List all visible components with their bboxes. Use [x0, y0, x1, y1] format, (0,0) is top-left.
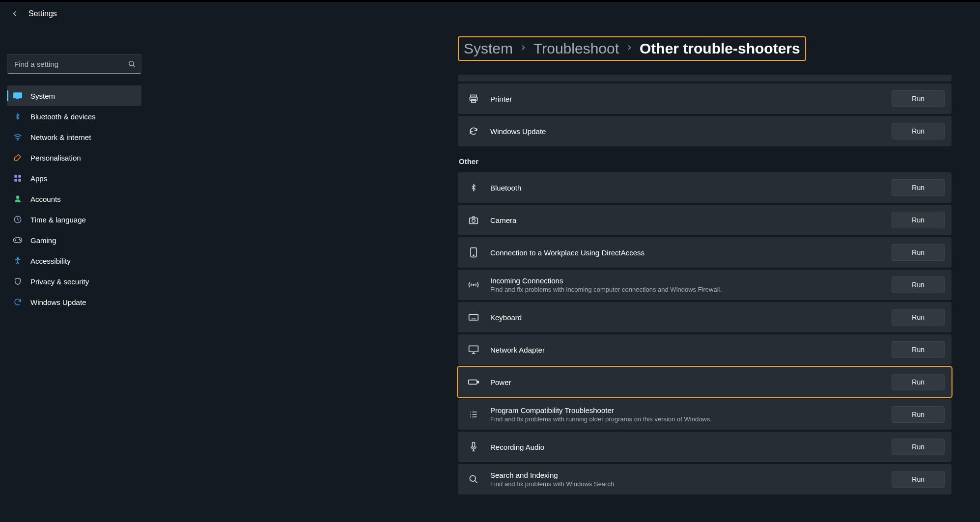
troubleshooter-row-search-indexing: Search and Indexing Find and fix problem… — [458, 464, 952, 495]
camera-icon — [468, 214, 479, 226]
sidebar-item-privacy[interactable]: Privacy & security — [7, 271, 141, 292]
gamepad-icon — [13, 235, 23, 245]
run-button[interactable]: Run — [892, 276, 945, 293]
breadcrumb-troubleshoot[interactable]: Troubleshoot — [533, 40, 619, 57]
run-button[interactable]: Run — [892, 212, 945, 228]
sidebar-item-bluetooth[interactable]: Bluetooth & devices — [7, 106, 141, 127]
troubleshooter-title: Recording Audio — [490, 443, 892, 451]
monitor-icon — [468, 344, 479, 356]
svg-point-21 — [473, 284, 475, 286]
troubleshooter-row-partial — [458, 75, 952, 82]
svg-rect-26 — [472, 442, 475, 447]
shield-icon — [13, 276, 23, 286]
back-arrow-icon[interactable] — [10, 9, 20, 19]
troubleshooter-subtitle: Find and fix problems with incoming comp… — [490, 286, 892, 293]
troubleshooter-title: Network Adapter — [490, 346, 892, 354]
sidebar-item-label: Privacy & security — [30, 277, 89, 286]
sidebar-item-personalisation[interactable]: Personalisation — [7, 147, 141, 168]
update-icon — [13, 297, 23, 307]
svg-point-11 — [19, 239, 20, 240]
troubleshooter-subtitle: Find and fix problems with Windows Searc… — [490, 480, 892, 488]
sidebar-item-network[interactable]: Network & internet — [7, 127, 141, 147]
troubleshooter-row-directaccess: Connection to a Workplace Using DirectAc… — [458, 237, 952, 268]
sidebar-item-time[interactable]: Time & language — [7, 209, 141, 230]
svg-rect-7 — [18, 179, 21, 181]
troubleshooter-title: Power — [490, 378, 892, 386]
sidebar-item-label: Time & language — [30, 216, 86, 224]
troubleshooter-title: Connection to a Workplace Using DirectAc… — [490, 248, 892, 257]
sidebar: System Bluetooth & devices Network & int… — [0, 25, 148, 522]
signal-icon — [468, 279, 479, 291]
troubleshooter-title: Program Compatibility Troubleshooter — [490, 406, 892, 414]
troubleshooter-row-recording-audio: Recording Audio Run — [458, 432, 952, 462]
keyboard-icon — [468, 311, 479, 323]
update-icon — [468, 125, 479, 137]
svg-point-13 — [17, 257, 19, 259]
troubleshooter-subtitle: Find and fix problems with running older… — [490, 415, 892, 423]
bluetooth-icon — [13, 111, 23, 121]
troubleshooter-title: Camera — [490, 216, 892, 224]
run-button[interactable]: Run — [892, 439, 945, 455]
troubleshooter-row-compat: Program Compatibility Troubleshooter Fin… — [458, 399, 952, 430]
run-button[interactable]: Run — [892, 123, 945, 139]
sidebar-item-label: Windows Update — [30, 298, 86, 306]
run-button[interactable]: Run — [892, 341, 945, 358]
troubleshooter-row-bluetooth: Bluetooth Run — [458, 172, 952, 203]
sidebar-item-label: Apps — [30, 174, 47, 183]
search-icon — [468, 473, 479, 485]
search-field-wrap — [7, 54, 141, 74]
svg-point-27 — [470, 476, 476, 482]
accessibility-icon — [13, 256, 23, 266]
svg-point-18 — [472, 219, 476, 222]
sidebar-item-update[interactable]: Windows Update — [7, 292, 141, 312]
svg-point-0 — [129, 61, 134, 66]
breadcrumb-system[interactable]: System — [464, 40, 513, 57]
system-icon — [13, 91, 23, 101]
troubleshooter-title: Bluetooth — [490, 184, 892, 192]
svg-point-3 — [17, 139, 18, 140]
troubleshooter-row-printer: Printer Run — [458, 83, 952, 114]
printer-icon — [468, 93, 479, 105]
microphone-icon — [468, 441, 479, 453]
troubleshooter-title: Keyboard — [490, 313, 892, 322]
battery-icon — [468, 376, 479, 388]
run-button[interactable]: Run — [892, 90, 945, 107]
troubleshooter-title: Incoming Connections — [490, 276, 892, 285]
sidebar-item-label: Personalisation — [30, 154, 81, 162]
window-title: Settings — [28, 9, 57, 18]
sidebar-item-label: System — [30, 92, 55, 100]
troubleshooter-row-camera: Camera Run — [458, 205, 952, 235]
sidebar-item-accounts[interactable]: Accounts — [7, 189, 141, 209]
svg-rect-1 — [13, 92, 22, 98]
svg-point-20 — [473, 255, 474, 256]
sidebar-item-gaming[interactable]: Gaming — [7, 230, 141, 250]
sidebar-item-label: Accessibility — [30, 257, 71, 265]
sidebar-item-label: Gaming — [30, 236, 56, 245]
run-button[interactable]: Run — [892, 179, 945, 196]
chevron-right-icon — [626, 44, 633, 53]
troubleshooter-row-incoming: Incoming Connections Find and fix proble… — [458, 270, 952, 300]
svg-rect-23 — [469, 346, 478, 352]
run-button[interactable]: Run — [892, 244, 945, 261]
svg-point-12 — [20, 240, 21, 241]
sidebar-item-apps[interactable]: Apps — [7, 168, 141, 189]
svg-rect-2 — [16, 98, 19, 99]
run-button[interactable]: Run — [892, 309, 945, 326]
troubleshooter-row-keyboard: Keyboard Run — [458, 302, 952, 332]
bluetooth-icon — [468, 182, 479, 193]
troubleshooter-title: Windows Update — [490, 127, 892, 136]
run-button[interactable]: Run — [892, 471, 945, 488]
run-button[interactable]: Run — [892, 406, 945, 423]
sidebar-item-label: Accounts — [30, 195, 61, 203]
sidebar-item-system[interactable]: System — [7, 85, 141, 106]
run-button[interactable]: Run — [892, 374, 945, 390]
breadcrumb: System Troubleshoot Other trouble-shoote… — [458, 36, 806, 61]
search-input[interactable] — [7, 54, 141, 74]
breadcrumb-current: Other trouble-shooters — [640, 40, 800, 57]
list-icon — [468, 409, 479, 420]
sidebar-item-accessibility[interactable]: Accessibility — [7, 250, 141, 271]
title-bar: Settings — [0, 0, 980, 25]
troubleshooter-row-windows-update: Windows Update Run — [458, 116, 952, 146]
device-icon — [468, 247, 479, 258]
chevron-right-icon — [520, 44, 527, 53]
